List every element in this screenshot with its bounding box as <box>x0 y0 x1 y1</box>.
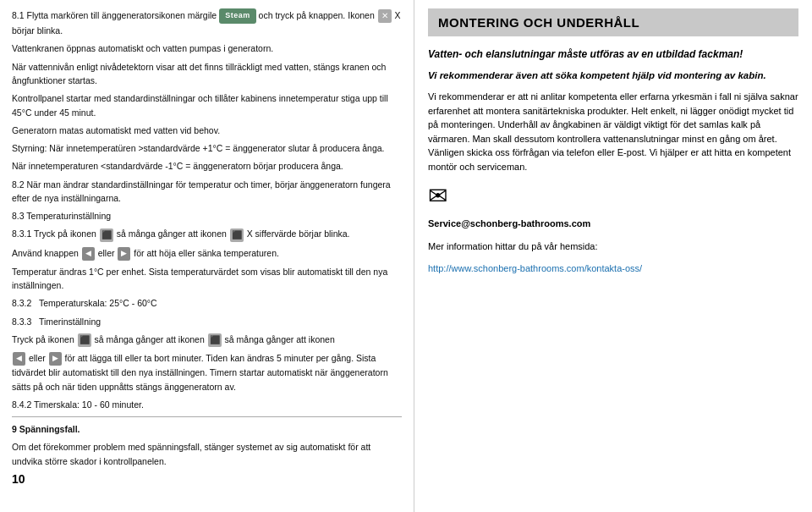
timer-icon-1: ⬛ <box>78 333 91 347</box>
x-icon: ✕ <box>378 9 392 23</box>
left-column: 8.1 Flytta markören till änggeneratorsik… <box>0 0 414 512</box>
page-number: 10 <box>12 472 402 486</box>
section-833: 8.3.3 Timerinställning <box>12 315 402 328</box>
section-82: 8.2 När man ändrar standardinställningar… <box>12 178 402 206</box>
right-column: MONTERING OCH UNDERHÅLL Vatten- och elan… <box>414 0 812 512</box>
right-p3: Vi rekommenderar er att ni anlitar kompe… <box>428 90 798 173</box>
section-header: MONTERING OCH UNDERHÅLL <box>428 8 798 36</box>
section-831-nav: Använd knappen ◀ eller ▶ för att höja el… <box>12 246 402 261</box>
section-81-p6: Styrning: När innetemperatüren >standard… <box>12 141 402 155</box>
more-info: Mer information hittar du på vår hemsida… <box>428 239 798 254</box>
section-title: MONTERING OCH UNDERHÅLL <box>438 15 788 30</box>
section-9-text: Om det förekommer problem med spänningsf… <box>12 440 402 468</box>
section-81-p3: När vattennivån enligt nivådetektorn vis… <box>12 60 402 88</box>
timer-icon-2: ⬛ <box>208 333 222 347</box>
control-icon-x: ⬛ <box>230 228 244 242</box>
section-81-p7: När innetemperaturen <standardvärde -1°C… <box>12 159 402 173</box>
nav-left-btn: ◀ <box>82 247 95 261</box>
service-url[interactable]: http://www.schonberg-bathrooms.com/konta… <box>428 262 798 276</box>
section-timer-nav: ◀ eller ▶ för att lägga till eller ta bo… <box>12 351 402 394</box>
right-p2: Vi rekommenderar även att söka kompetent… <box>428 69 798 83</box>
section-81-line1: 8.1 Flytta markören till änggeneratorsik… <box>12 8 402 37</box>
control-icon-1: ⬛ <box>100 228 113 242</box>
section-timer-line1: Tryck på ikonen ⬛ så många gånger att ik… <box>12 333 402 347</box>
section-81-p5: Generatorn matas automatiskt med vatten … <box>12 124 402 137</box>
service-email: Service@schonberg-bathrooms.com <box>428 217 798 231</box>
steam-badge: Steam <box>219 8 256 24</box>
timer-nav-right: ▶ <box>49 352 62 366</box>
section-81-p2: Vattenkranen öppnas automatiskt och vatt… <box>12 41 402 55</box>
timer-nav-left: ◀ <box>13 352 25 366</box>
section-831-line: 8.3.1 Tryck på ikonen ⬛ så många gånger … <box>12 227 402 241</box>
section-831-temp: Temperatur ändras 1°C per enhet. Sista t… <box>12 265 402 293</box>
nav-right-btn: ▶ <box>118 247 130 261</box>
divider <box>12 416 402 417</box>
section-83-title: 8.3 Temperaturinställning <box>12 209 402 223</box>
section-9-title: 9 Spänningsfall. <box>12 422 402 436</box>
section-832: 8.3.2 Temperaturskala: 25°C - 60°C <box>12 296 402 310</box>
section-842: 8.4.2 Timerskala: 10 - 60 minuter. <box>12 398 402 411</box>
right-p1: Vatten- och elanslutningar måste utföras… <box>428 47 798 62</box>
section-81-p4: Kontrollpanel startar med standardinstäl… <box>12 91 402 119</box>
envelope-icon: ✉ <box>428 182 798 210</box>
